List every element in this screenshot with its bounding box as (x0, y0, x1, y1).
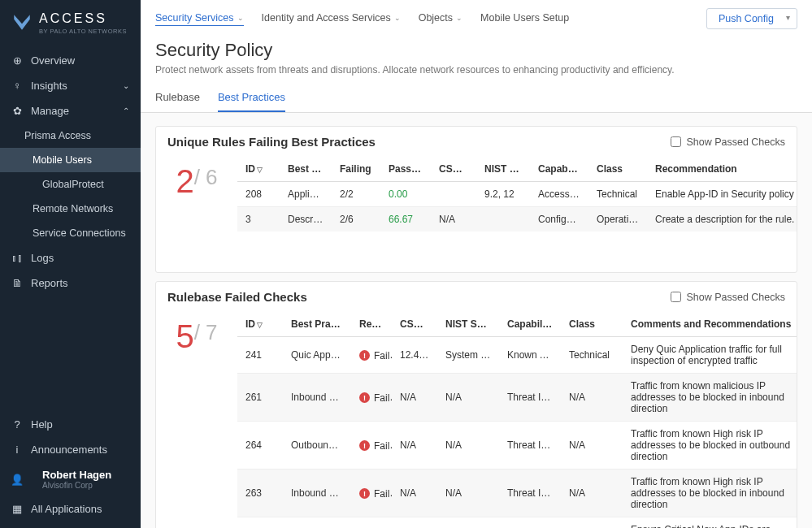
table-cell: N/A (392, 374, 437, 422)
table-row[interactable]: 264Outbound High ...!FailN/AN/AThreat In… (237, 422, 797, 470)
bulb-icon: ♀ (11, 80, 23, 92)
column-header[interactable]: Result (351, 312, 392, 337)
table-cell: 3 (237, 207, 280, 232)
column-header[interactable]: Recommendation (647, 157, 797, 182)
table-cell: 2/2 (332, 182, 380, 207)
table-cell: 12.4, 12.1 (392, 337, 437, 374)
panel-rulebase-failed-checks: Rulebase Failed Checks Show Passed Check… (155, 281, 797, 528)
show-passed-checkbox[interactable] (671, 292, 681, 302)
table-cell: Technical (561, 337, 623, 374)
table-cell: Inbound Malicio... (283, 374, 351, 422)
nav-prisma-access[interactable]: Prisma Access (0, 123, 141, 148)
table-cell: Technical (588, 182, 647, 207)
table-row[interactable]: 263Inbound High Ri...!FailN/AN/AThreat I… (237, 470, 797, 517)
topnav-mobile-users-setup[interactable]: Mobile Users Setup (480, 12, 569, 26)
table-cell: 263 (237, 470, 283, 517)
column-header[interactable]: Class (588, 157, 647, 182)
show-passed-toggle[interactable]: Show Passed Checks (671, 136, 785, 148)
help-icon: ? (11, 418, 23, 431)
column-header[interactable]: Failing (332, 157, 380, 182)
table-cell: Quic App Deny ... (283, 337, 351, 374)
column-header[interactable]: Class (561, 312, 623, 337)
document-icon: 🗎 (11, 277, 23, 289)
chevron-up-icon: ⌃ (123, 106, 129, 115)
table-cell: 66.67 (380, 207, 431, 232)
nav-overview[interactable]: ⊕Overview (0, 48, 141, 73)
tab-best-practices[interactable]: Best Practices (218, 84, 285, 112)
table-cell: !Fail (351, 517, 392, 529)
column-header[interactable]: CSC ... (431, 157, 476, 182)
table-cell: !Fail (351, 374, 392, 422)
chevron-down-icon: ⌄ (237, 14, 244, 22)
push-config-button[interactable]: Push Config (706, 8, 797, 29)
nav-remote-networks[interactable]: Remote Networks (0, 197, 141, 221)
table-row[interactable]: 249New Apps with ...!FailN/AN/AApp Segme… (237, 517, 797, 529)
table-cell: Threat Intellige... (499, 374, 561, 422)
table-cell: Operational (588, 207, 647, 232)
column-header[interactable]: Best Practic... (283, 312, 351, 337)
fail-result: !Fail (359, 392, 389, 404)
table-cell: Threat Intellige... (499, 422, 561, 470)
table-cell: N/A (561, 374, 623, 422)
nav-mobile-users[interactable]: Mobile Users (0, 148, 141, 172)
page-title: Security Policy (155, 40, 797, 61)
table-cell: N/A (437, 517, 499, 529)
table-cell: 249 (237, 517, 283, 529)
column-header[interactable]: CSC ... (392, 312, 437, 337)
column-header[interactable]: ID▽ (237, 312, 283, 337)
chevron-down-icon: ⌄ (123, 81, 129, 90)
column-header[interactable]: Capabil... (530, 157, 588, 182)
column-header[interactable]: Capability (499, 312, 561, 337)
table-cell: 261 (237, 374, 283, 422)
table-cell: N/A (437, 374, 499, 422)
table-cell: New Apps with ... (283, 517, 351, 529)
svg-marker-0 (14, 15, 30, 29)
nav-manage[interactable]: ✿Manage⌃ (0, 98, 141, 123)
table-cell: 264 (237, 422, 283, 470)
topnav-objects[interactable]: Objects⌄ (419, 12, 462, 26)
table-cell: N/A (431, 207, 476, 232)
tab-rulebase[interactable]: Rulebase (155, 84, 200, 112)
panel-title: Rulebase Failed Checks (167, 290, 307, 304)
user-name: Robert Hagen (42, 469, 111, 481)
show-passed-checkbox[interactable] (671, 136, 681, 147)
nav-globalprotect[interactable]: GlobalProtect (0, 172, 141, 197)
column-header[interactable]: ID▽ (237, 157, 280, 182)
table-cell: Traffic from known High risk IP addresse… (623, 422, 797, 470)
table-cell: N/A (561, 517, 623, 529)
fail-icon: ! (359, 440, 370, 451)
nav-user[interactable]: 👤 Robert Hagen Alvisofin Corp (0, 462, 141, 496)
topnav-identity-access[interactable]: Identity and Access Services⌄ (262, 12, 401, 26)
chevron-down-icon: ⌄ (456, 14, 462, 22)
table-row[interactable]: 208Applicatio...2/20.009.2, 12Access Co.… (237, 182, 797, 207)
column-header[interactable]: NIST Securit... (437, 312, 499, 337)
table-row[interactable]: 261Inbound Malicio...!FailN/AN/AThreat I… (237, 374, 797, 422)
table-cell: Inbound High Ri... (283, 470, 351, 517)
chart-icon: ⫾⫿ (11, 252, 23, 264)
show-passed-toggle[interactable]: Show Passed Checks (671, 292, 785, 303)
table-cell (431, 182, 476, 207)
table-row[interactable]: 3Descriptio...2/666.67N/AConfigurati...O… (237, 207, 797, 232)
nav-logs[interactable]: ⫾⫿Logs (0, 245, 141, 270)
brand-logo: ACCESS BY PALO ALTO NETWORKS (0, 0, 141, 41)
table-cell: Traffic from known malicious IP addresse… (623, 374, 797, 422)
nav-reports[interactable]: 🗎Reports (0, 270, 141, 296)
column-header[interactable]: Best Pr... (280, 157, 332, 182)
table-cell: 208 (237, 182, 280, 207)
nav-announcements[interactable]: iAnnouncements (0, 437, 141, 462)
table-cell: 0.00 (380, 182, 431, 207)
nav-insights[interactable]: ♀Insights⌄ (0, 73, 141, 98)
column-header[interactable]: NIST S... (476, 157, 530, 182)
panel-title: Unique Rules Failing Best Practices (167, 135, 376, 149)
column-header[interactable]: Passing... (380, 157, 431, 182)
table-cell: N/A (437, 422, 499, 470)
topnav-security-services[interactable]: Security Services⌄ (155, 12, 244, 26)
table-row[interactable]: 241Quic App Deny ...!Fail12.4, 12.1Syste… (237, 337, 797, 374)
nav-help[interactable]: ?Help (0, 412, 141, 437)
column-header[interactable]: Comments and Recommendations (623, 312, 797, 337)
nav-service-connections[interactable]: Service Connections (0, 221, 141, 245)
nav-all-applications[interactable]: ▦All Applications (0, 496, 141, 522)
sort-icon: ▽ (257, 321, 263, 329)
user-org: Alvisofin Corp (42, 481, 111, 490)
table-cell: 9.2, 12 (476, 182, 530, 207)
